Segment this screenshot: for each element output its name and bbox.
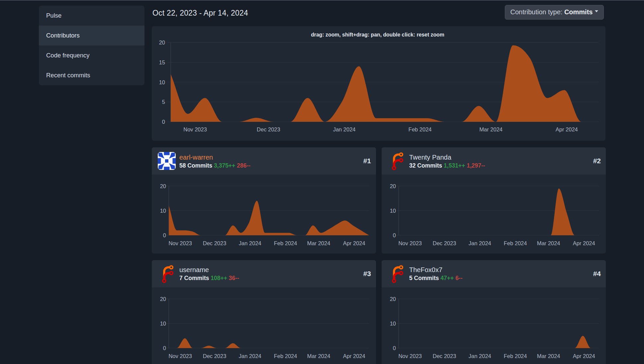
svg-text:Apr 2024: Apr 2024 xyxy=(343,353,365,359)
svg-text:Dec 2023: Dec 2023 xyxy=(203,353,227,359)
svg-text:Dec 2023: Dec 2023 xyxy=(433,240,456,246)
svg-text:Jan 2024: Jan 2024 xyxy=(333,126,356,132)
svg-text:10: 10 xyxy=(160,208,166,214)
svg-text:Jan 2024: Jan 2024 xyxy=(239,353,261,359)
svg-text:0: 0 xyxy=(162,119,165,125)
svg-text:Jan 2024: Jan 2024 xyxy=(469,353,491,359)
svg-text:Feb 2024: Feb 2024 xyxy=(274,353,297,359)
svg-text:Nov 2023: Nov 2023 xyxy=(398,240,422,246)
svg-text:Mar 2024: Mar 2024 xyxy=(479,126,503,132)
svg-text:Apr 2024: Apr 2024 xyxy=(573,353,595,359)
svg-text:0: 0 xyxy=(393,232,396,238)
svg-text:15: 15 xyxy=(159,59,165,65)
svg-text:10: 10 xyxy=(390,208,396,214)
svg-text:Nov 2023: Nov 2023 xyxy=(183,126,207,132)
svg-text:Dec 2023: Dec 2023 xyxy=(257,126,280,132)
svg-text:20: 20 xyxy=(160,296,166,302)
svg-text:Jan 2024: Jan 2024 xyxy=(469,240,491,246)
svg-text:0: 0 xyxy=(163,345,166,351)
svg-text:Feb 2024: Feb 2024 xyxy=(504,353,527,359)
svg-text:Nov 2023: Nov 2023 xyxy=(398,353,422,359)
svg-text:Feb 2024: Feb 2024 xyxy=(409,126,432,132)
svg-text:20: 20 xyxy=(160,183,166,189)
svg-text:0: 0 xyxy=(393,345,396,351)
svg-text:10: 10 xyxy=(160,320,166,326)
svg-text:Apr 2024: Apr 2024 xyxy=(573,240,595,246)
svg-text:Mar 2024: Mar 2024 xyxy=(537,353,560,359)
svg-text:Apr 2024: Apr 2024 xyxy=(343,240,365,246)
svg-text:Dec 2023: Dec 2023 xyxy=(433,353,456,359)
svg-text:Mar 2024: Mar 2024 xyxy=(307,353,330,359)
svg-text:Jan 2024: Jan 2024 xyxy=(239,240,261,246)
svg-text:Nov 2023: Nov 2023 xyxy=(168,240,192,246)
svg-text:Feb 2024: Feb 2024 xyxy=(274,240,297,246)
svg-text:Dec 2023: Dec 2023 xyxy=(203,240,227,246)
svg-text:drag: zoom, shift+drag: pan, d: drag: zoom, shift+drag: pan, double clic… xyxy=(311,32,444,37)
svg-text:10: 10 xyxy=(390,320,396,326)
svg-text:20: 20 xyxy=(390,183,396,189)
svg-text:0: 0 xyxy=(163,232,166,238)
svg-text:Mar 2024: Mar 2024 xyxy=(307,240,330,246)
svg-text:Feb 2024: Feb 2024 xyxy=(504,240,527,246)
svg-text:Nov 2023: Nov 2023 xyxy=(168,353,192,359)
svg-text:Apr 2024: Apr 2024 xyxy=(556,126,578,132)
svg-text:Mar 2024: Mar 2024 xyxy=(537,240,560,246)
svg-text:5: 5 xyxy=(162,99,165,105)
svg-text:20: 20 xyxy=(159,39,165,45)
svg-text:20: 20 xyxy=(390,296,396,302)
svg-text:10: 10 xyxy=(159,79,165,85)
